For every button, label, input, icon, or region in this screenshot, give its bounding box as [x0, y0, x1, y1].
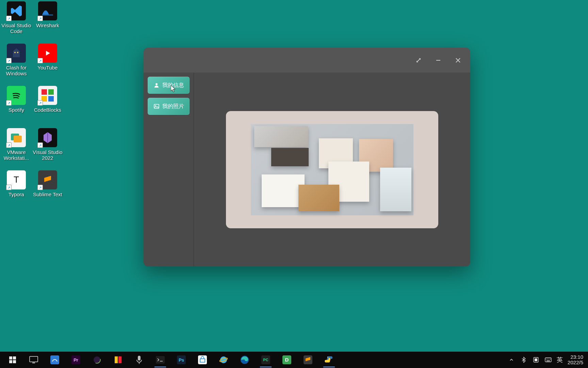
svg-rect-22 [32, 363, 35, 363]
taskbar-app-2[interactable] [108, 352, 129, 368]
terminal-icon [154, 354, 166, 366]
desktop-icon-vscode[interactable]: ↗Visual Studio Code [0, 1, 33, 34]
green-d-icon: D [281, 354, 293, 366]
app-blue-icon [49, 354, 61, 366]
material-swatch [254, 126, 308, 147]
material-swatch [298, 185, 339, 211]
taskbar-left: PrPsPCD [0, 352, 340, 368]
svg-rect-47 [546, 361, 550, 361]
desktop-icon-youtube[interactable]: ↗YouTube [31, 44, 64, 71]
task-view-button[interactable] [23, 352, 44, 368]
shortcut-arrow-icon: ↗ [6, 100, 12, 106]
desktop-icon-label: Spotify [9, 107, 24, 113]
svg-rect-28 [115, 356, 118, 363]
shortcut-arrow-icon: ↗ [6, 142, 12, 148]
svg-rect-45 [535, 358, 537, 361]
bluetooth-icon[interactable] [520, 356, 527, 364]
ime-indicator[interactable]: 英 [557, 356, 563, 364]
content-area [194, 73, 470, 266]
pycharm-icon: PC [260, 354, 272, 366]
svg-rect-9 [14, 136, 22, 142]
svg-rect-30 [138, 356, 141, 361]
clock[interactable]: 23:10 2022/5 [568, 354, 583, 366]
taskbar-photoshop[interactable]: Ps [171, 352, 192, 368]
keyboard-icon[interactable] [544, 356, 552, 364]
tray-app-icon[interactable] [532, 356, 540, 364]
minimize-button[interactable] [429, 53, 447, 68]
desktop-icon-label: Typora [9, 191, 24, 197]
taskbar-python[interactable] [318, 352, 340, 368]
svg-rect-4 [42, 89, 47, 95]
premiere-icon: Pr [70, 354, 82, 366]
svg-text:Pr: Pr [74, 357, 78, 363]
desktop-icon-spotify[interactable]: ↗Spotify [0, 86, 33, 113]
tray-chevron-icon[interactable] [508, 356, 515, 364]
desktop-icon-label: Wireshark [36, 22, 59, 28]
taskbar-edge[interactable] [234, 352, 255, 368]
svg-rect-15 [154, 104, 159, 108]
minimize-icon [436, 58, 441, 63]
material-swatch [380, 168, 411, 211]
clash-icon: ↗ [7, 44, 26, 63]
taskbar-pycharm[interactable]: PC [255, 352, 276, 368]
start-button[interactable] [2, 352, 23, 368]
shortcut-arrow-icon: ↗ [37, 58, 43, 63]
mic-icon [133, 354, 145, 366]
app-window: 我的信息 我的照片 [144, 48, 470, 266]
svg-point-48 [546, 359, 546, 359]
fullscreen-button[interactable] [410, 53, 427, 68]
start-icon [7, 354, 18, 366]
svg-rect-29 [118, 356, 121, 363]
svg-text:PC: PC [263, 358, 268, 362]
desktop-icon-vmware[interactable]: ↗VMware Workstati... [0, 128, 33, 161]
desktop-icon-clash[interactable]: ↗Clash for Windows [0, 44, 33, 77]
taskbar-premiere[interactable]: Pr [65, 352, 86, 368]
photo-card [226, 111, 438, 228]
taskbar-sublime[interactable] [297, 352, 318, 368]
svg-point-49 [547, 359, 548, 359]
close-icon [456, 58, 460, 63]
taskbar-eclipse[interactable] [86, 352, 108, 368]
edge-icon [239, 354, 250, 366]
desktop-icon-label: Visual Studio 2022 [31, 149, 64, 161]
desktop-icon-codeblocks[interactable]: ↗CodeBlocks [31, 86, 64, 113]
desktop-icon-label: Sublime Text [33, 191, 62, 197]
material-swatch [271, 148, 309, 166]
expand-icon [416, 58, 421, 63]
shortcut-arrow-icon: ↗ [37, 185, 43, 190]
shortcut-arrow-icon: ↗ [6, 58, 12, 63]
taskbar-ie[interactable] [213, 352, 234, 368]
svg-point-50 [549, 359, 549, 359]
svg-rect-7 [48, 96, 54, 102]
svg-rect-46 [545, 358, 551, 362]
store-icon [197, 354, 208, 366]
svg-rect-19 [9, 360, 12, 363]
sublime-tb-icon [302, 354, 314, 366]
taskbar-app-3[interactable]: D [276, 352, 297, 368]
vmware-icon: ↗ [7, 128, 26, 147]
ps-icon: Ps [176, 354, 187, 366]
sidebar-item-photos[interactable]: 我的照片 [148, 98, 190, 115]
svg-rect-5 [48, 89, 54, 95]
close-button[interactable] [449, 53, 467, 68]
svg-point-1 [17, 52, 18, 53]
svg-point-51 [550, 359, 551, 359]
sidebar-item-label: 我的信息 [162, 82, 184, 89]
svg-rect-31 [156, 356, 165, 364]
taskview-icon [28, 354, 39, 366]
taskbar-app[interactable] [44, 352, 65, 368]
svg-rect-21 [30, 356, 38, 362]
app-body: 我的信息 我的照片 [144, 73, 470, 266]
user-icon [153, 82, 160, 88]
desktop-icon-wireshark[interactable]: ↗Wireshark [31, 1, 64, 28]
taskbar-mic[interactable] [129, 352, 150, 368]
taskbar-terminal[interactable] [150, 352, 171, 368]
codeblocks-icon: ↗ [38, 86, 57, 105]
desktop[interactable]: ↗Visual Studio Code↗Wireshark↗Clash for … [0, 0, 588, 368]
taskbar-store[interactable] [192, 352, 213, 368]
desktop-icon-typora[interactable]: T↗Typora [0, 170, 33, 197]
titlebar[interactable] [144, 48, 470, 73]
desktop-icon-vs2022[interactable]: ↗Visual Studio 2022 [31, 128, 64, 161]
sidebar-item-info[interactable]: 我的信息 [148, 77, 190, 94]
desktop-icon-sublime[interactable]: ↗Sublime Text [31, 170, 64, 197]
